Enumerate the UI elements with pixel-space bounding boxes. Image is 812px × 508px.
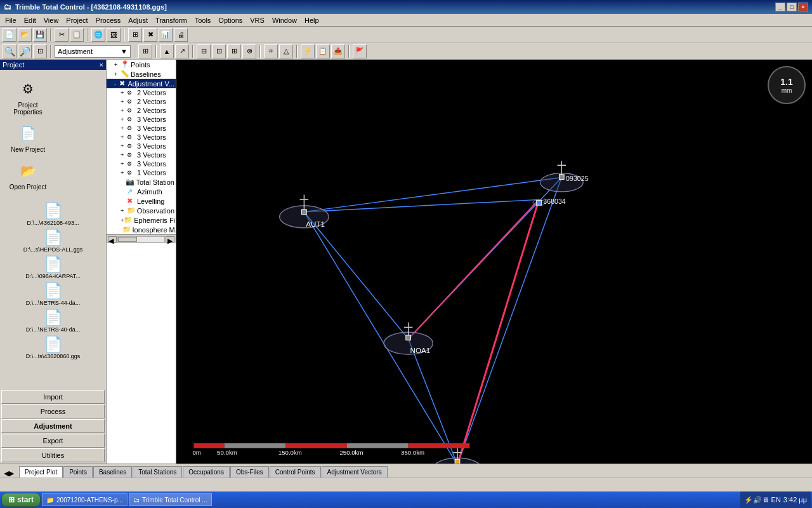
tree-item-adjustment[interactable]: - ✖ Adjustment V... [107,79,176,88]
tree-item-vec10[interactable]: + ⚙ 1 Vectors [107,168,176,177]
cut-btn[interactable]: ✂ [55,28,69,42]
recent-file-6[interactable]: 📄 D:\...ts\43620860.ggs [3,334,103,361]
expand-vec10[interactable]: + [121,170,127,176]
menu-transform[interactable]: Transform [152,15,191,25]
tab-occupations[interactable]: Occupations [183,466,230,478]
globe-btn[interactable]: 🌐 [91,28,105,42]
tree-item-vec2[interactable]: + ⚙ 2 Vectors [107,97,176,106]
tab-project-plot[interactable]: Project Plot [19,466,63,478]
open-project-btn[interactable]: 📂 Open Project [3,157,53,193]
tree-item-vec4[interactable]: + ⚙ 3 Vectors [107,115,176,124]
tree-item-vec9[interactable]: + ⚙ 3 Vectors [107,159,176,168]
tree-item-points[interactable]: + 📍 Points [107,60,176,69]
expand-vec6[interactable]: + [121,134,127,140]
menu-adjust[interactable]: Adjust [124,15,152,25]
project-properties-btn[interactable]: ⚙ Project Properties [3,75,53,118]
tab-scroll-right[interactable]: ▶ [9,469,14,478]
copy-btn[interactable]: 📋 [70,28,84,42]
export-btn[interactable]: 📤 [331,44,345,58]
view-dropdown[interactable]: Adjustment ▼ [55,45,131,58]
canvas-area[interactable]: AUT1 NOA1 TUC2 093025 368 [176,60,812,464]
expand-vec1[interactable]: + [121,90,127,96]
menu-options[interactable]: Options [214,15,246,25]
expand-adjustment[interactable]: - [114,81,119,87]
taskbar-app-2[interactable]: 🗂 Trimble Total Control ... [129,493,212,506]
expand-vec9[interactable]: + [121,161,127,167]
utilities-btn[interactable]: Utilities [1,448,105,462]
tree-item-vec1[interactable]: + ⚙ 2 Vectors [107,88,176,97]
expand-obs[interactable]: + [121,208,127,214]
mountain-btn[interactable]: ▲ [160,44,174,58]
tab-baselines[interactable]: Baselines [93,466,132,478]
zoom-out-btn[interactable]: 🔍 [3,44,16,58]
taskbar-app-1[interactable]: 📁 20071200-ATHENS-p... [42,493,128,506]
menu-window[interactable]: Window [268,15,301,25]
expand-vec7[interactable]: + [121,143,127,149]
tab-adjustment-vectors[interactable]: Adjustment Vectors [322,466,388,478]
restore-button[interactable]: □ [787,3,797,11]
tab-obs-files[interactable]: Obs-Files [230,466,269,478]
tree-item-vec7[interactable]: + ⚙ 3 Vectors [107,142,176,150]
import-btn[interactable]: Import [1,390,105,404]
recent-file-5[interactable]: 📄 D:\...\NETRS-40-da... [3,307,103,334]
grid-btn[interactable]: ⊞ [128,28,142,42]
calc-btn[interactable]: ⌗ [264,44,278,58]
expand-points[interactable]: + [114,62,121,68]
recent-file-1[interactable]: 📄 D:\...\4362108-493... [3,201,103,227]
close-button[interactable]: × [798,3,808,11]
minimize-button[interactable]: _ [775,3,785,11]
adjustment-btn[interactable]: Adjustment [1,419,105,433]
process-btn[interactable]: Process [1,404,105,418]
report-btn[interactable]: 📋 [316,44,330,58]
recent-file-3[interactable]: 📄 D:\...\096A-KARPAT... [3,254,103,281]
zoom-in-btn[interactable]: 🔎 [18,44,32,58]
scroll-thumb[interactable] [118,237,137,242]
tree-item-totalstation[interactable]: 📷 Total Station [107,177,176,187]
export-panel-btn[interactable]: Export [1,434,105,448]
expand-baselines[interactable]: + [114,71,121,77]
tree-item-vec5[interactable]: + ⚙ 3 Vectors [107,124,176,133]
tab-points[interactable]: Points [63,466,93,478]
menu-project[interactable]: Project [62,15,91,25]
grid3-btn[interactable]: ⊡ [212,44,226,58]
arrow-btn[interactable]: ↗ [175,44,189,58]
tree-item-vec6[interactable]: + ⚙ 3 Vectors [107,133,176,142]
tree-item-ephemeris[interactable]: + 📁 Ephemeris Fi... [107,215,176,225]
tree-item-vec3[interactable]: + ⚙ 2 Vectors [107,106,176,115]
recent-file-4[interactable]: 📄 D:\...\NETRS-44-da... [3,281,103,307]
menu-help[interactable]: Help [301,15,323,25]
expand-vec2[interactable]: + [121,98,127,105]
start-button[interactable]: ⊞ start [1,493,41,507]
panel-close[interactable]: × [100,61,103,69]
img-btn[interactable]: 🖼 [107,28,121,42]
new-project-btn[interactable]: 📄 New Project [3,119,53,156]
menu-vrs[interactable]: VRS [246,15,268,25]
zoom-fit-btn[interactable]: ⊡ [33,44,47,58]
tab-scroll-left[interactable]: ◀ [4,469,9,478]
menu-view[interactable]: View [40,15,63,25]
tab-total-stations[interactable]: Total Stations [133,466,182,478]
new-btn[interactable]: 📄 [3,28,16,42]
expand-vec3[interactable]: + [121,107,127,114]
proc-btn[interactable]: ⚡ [301,44,315,58]
expand-vec4[interactable]: + [121,116,127,123]
tree-item-azimuth[interactable]: ↗ Azimuth [107,187,176,196]
expand-vec8[interactable]: + [121,152,127,158]
trig-btn[interactable]: △ [279,44,293,58]
tree-item-ionosphere[interactable]: 📁 Ionosphere M... [107,225,176,234]
menu-process[interactable]: Process [92,15,125,25]
menu-edit[interactable]: Edit [20,15,40,25]
menu-tools[interactable]: Tools [191,15,215,25]
delete-btn[interactable]: ✖ [143,28,157,42]
flag-btn[interactable]: 🚩 [353,44,367,58]
menu-file[interactable]: File [1,15,20,25]
grid4-btn[interactable]: ⊞ [227,44,241,58]
tree-item-baselines[interactable]: + 📏 Baselines [107,69,176,79]
tree-item-observation[interactable]: + 📁 Observation [107,206,176,215]
tab-control-points[interactable]: Control Points [270,466,321,478]
grid2-btn[interactable]: ⊟ [197,44,211,58]
scroll-left[interactable]: ◀ [108,236,117,243]
table-btn[interactable]: 📊 [159,28,173,42]
grid5-btn[interactable]: ⊗ [242,44,256,58]
tree-item-vec8[interactable]: + ⚙ 3 Vectors [107,150,176,159]
